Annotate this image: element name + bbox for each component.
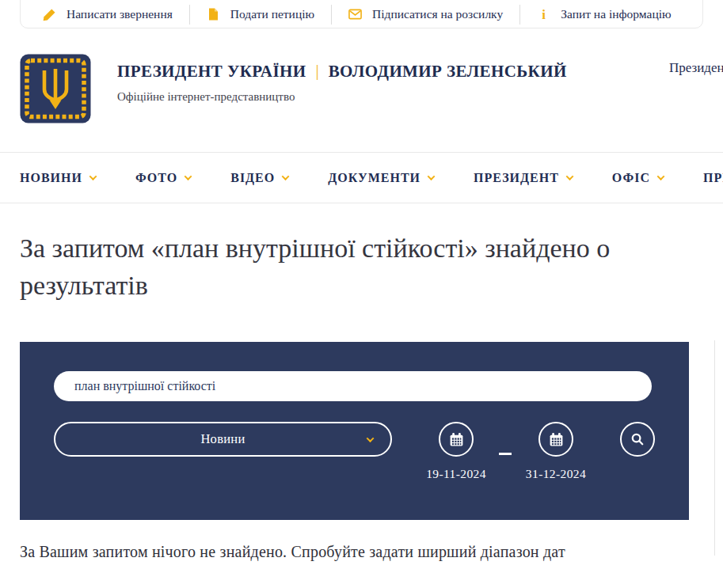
nav-item-label: ПРЕЗИДЕНТ — [474, 171, 559, 185]
topbar-link-info-request[interactable]: i Запит на інформацію — [520, 7, 687, 21]
document-icon — [207, 8, 220, 21]
header-right-link[interactable]: Президент — [669, 60, 723, 76]
nav-item-label: НОВИНИ — [20, 171, 82, 185]
pencil-icon — [43, 8, 56, 21]
site-name[interactable]: ПРЕЗИДЕНТ УКРАЇНИ — [117, 62, 306, 82]
nav-item-label: ДОКУМЕНТИ — [328, 171, 420, 185]
search-results-heading: За запитом «план внутрішної стійкості» з… — [20, 230, 645, 304]
search-query-input[interactable] — [54, 371, 652, 401]
right-border-line — [714, 340, 715, 556]
topbar-link-label: Запит на інформацію — [561, 7, 671, 21]
date-from-value: 19-11-2024 — [409, 467, 504, 481]
nav-item-news[interactable]: НОВИНИ — [20, 171, 96, 185]
topbar-link-label: Підписатися на розсилку — [372, 7, 503, 21]
chevron-down-icon — [565, 173, 573, 180]
nav-item-photo[interactable]: ФОТО — [135, 171, 191, 185]
chevron-down-icon — [282, 173, 290, 180]
nav-item-video[interactable]: ВІДЕО — [230, 171, 288, 185]
envelope-icon — [348, 8, 362, 21]
topbar-link-label: Подати петицію — [230, 7, 314, 21]
search-results-page: Написати звернення Подати петицію Підпис… — [0, 0, 723, 588]
topbar: Написати звернення Подати петицію Підпис… — [20, 0, 703, 28]
ukraine-trident-emblem-logo[interactable] — [20, 54, 91, 123]
main-nav: НОВИНИ ФОТО ВІДЕО ДОКУМЕНТИ ПРЕЗИДЕНТ ОФ… — [0, 152, 723, 203]
nav-item-press-center[interactable]: ПРЕС-ЦЕНТР — [703, 171, 723, 185]
nav-item-label: ОФІС — [612, 171, 650, 185]
nav-item-documents[interactable]: ДОКУМЕНТИ — [328, 171, 434, 185]
chevron-down-icon — [89, 173, 97, 180]
nav-item-label: ФОТО — [135, 171, 177, 185]
date-to-value: 31-12-2024 — [508, 467, 603, 481]
category-selected-value: Новини — [200, 431, 245, 447]
nav-item-president[interactable]: ПРЕЗИДЕНТ — [474, 171, 573, 185]
search-panel: Новини 19-11-2024 — [20, 342, 689, 520]
header-subtitle: Офіційне інтернет-представництво — [117, 90, 567, 104]
date-from-group: 19-11-2024 — [409, 422, 504, 481]
chevron-down-icon — [657, 173, 665, 180]
topbar-link-label: Написати звернення — [67, 7, 173, 21]
topbar-link-petition[interactable]: Подати петицію — [190, 7, 331, 21]
chevron-down-icon — [367, 434, 375, 442]
info-icon: i — [537, 8, 550, 21]
president-name[interactable]: ВОЛОДИМИР ЗЕЛЕНСЬКИЙ — [329, 62, 567, 82]
calendar-icon — [548, 431, 565, 448]
no-results-message: За Вашим запитом нічого не знайдено. Спр… — [20, 543, 565, 561]
date-to-group: 31-12-2024 — [508, 422, 603, 481]
topbar-link-write-appeal[interactable]: Написати звернення — [43, 7, 189, 21]
nav-item-label: ПРЕС-ЦЕНТР — [703, 171, 723, 185]
chevron-down-icon — [185, 173, 192, 180]
date-from-button[interactable] — [439, 422, 474, 457]
category-select[interactable]: Новини — [54, 422, 392, 457]
date-to-button[interactable] — [538, 422, 573, 457]
nav-item-office[interactable]: ОФІС — [612, 171, 664, 185]
title-separator: | — [315, 61, 318, 81]
calendar-icon — [448, 431, 465, 448]
chevron-down-icon — [428, 173, 436, 180]
header-titles: ПРЕЗИДЕНТ УКРАЇНИ | ВОЛОДИМИР ЗЕЛЕНСЬКИЙ… — [117, 62, 567, 104]
search-icon — [630, 431, 645, 447]
topbar-link-subscribe[interactable]: Підписатися на розсилку — [332, 7, 519, 21]
search-submit-button[interactable] — [620, 422, 655, 457]
nav-item-label: ВІДЕО — [230, 171, 275, 185]
